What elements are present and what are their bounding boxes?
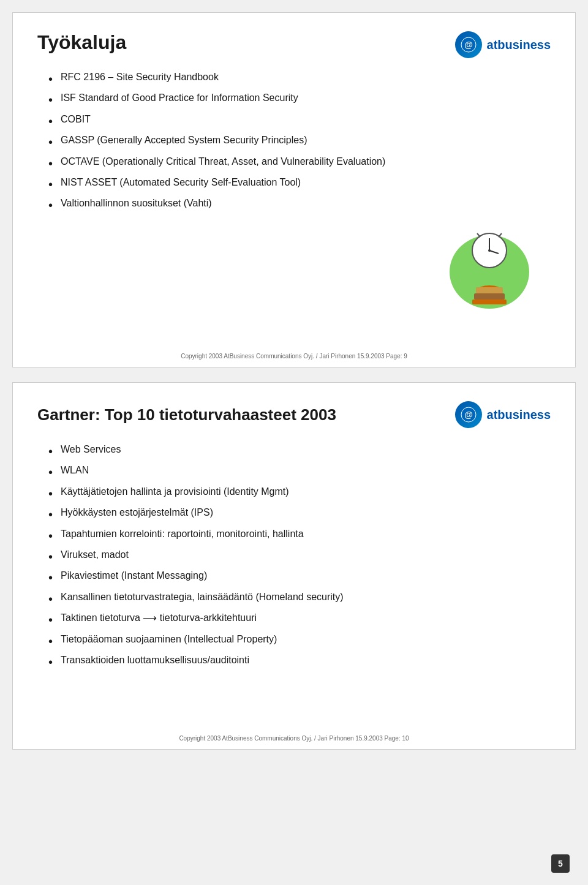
list-item: Käyttäjätietojen hallinta ja provisioint… <box>43 485 551 499</box>
illustration <box>440 220 538 318</box>
svg-text:@: @ <box>464 410 473 420</box>
svg-rect-12 <box>472 299 507 304</box>
list-item: RFC 2196 – Site Security Handbook <box>43 70 551 84</box>
list-item: Kansallinen tietoturvastrategia, lainsää… <box>43 590 551 604</box>
list-item: Hyökkäysten estojärjestelmät (IPS) <box>43 506 551 519</box>
list-item: Web Services <box>43 443 551 456</box>
svg-rect-10 <box>474 293 505 299</box>
list-item: Valtionhallinnon suositukset (Vahti) <box>43 197 551 210</box>
slide1-footer: Copyright 2003 AtBusiness Communications… <box>13 353 575 360</box>
atbusiness-logo-text: atbusiness <box>487 38 551 52</box>
list-item: ISF Standard of Good Practice for Inform… <box>43 91 551 105</box>
slide1-logo: @ atbusiness <box>455 31 551 58</box>
slide1-bullet-list: RFC 2196 – Site Security Handbook ISF St… <box>37 70 551 211</box>
page-number-badge: 5 <box>551 854 570 873</box>
list-item: Tapahtumien korrelointi: raportointi, mo… <box>43 527 551 541</box>
slide-1: Työkaluja @ atbusiness RFC 2196 – Site S… <box>12 12 576 367</box>
slide1-title: Työkaluja <box>37 31 126 54</box>
list-item: COBIT <box>43 113 551 126</box>
atbusiness-logo-icon-2: @ <box>455 401 482 428</box>
list-item: OCTAVE (Operationally Critical Threat, A… <box>43 155 551 168</box>
slide2-bullet-list: Web Services WLAN Käyttäjätietojen halli… <box>37 443 551 667</box>
atbusiness-logo-icon: @ <box>455 31 482 58</box>
list-item: Pikaviestimet (Instant Messaging) <box>43 569 551 582</box>
list-item: Transaktioiden luottamuksellisuus/audito… <box>43 653 551 667</box>
slide1-header: Työkaluja @ atbusiness <box>37 31 551 58</box>
slide2-title: Gartner: Top 10 tietoturvahaasteet 2003 <box>37 405 336 424</box>
atbusiness-logo-text-2: atbusiness <box>487 408 551 422</box>
list-item: Taktinen tietoturva ⟶ tietoturva-arkkite… <box>43 611 551 625</box>
slide2-header: Gartner: Top 10 tietoturvahaasteet 2003 … <box>37 401 551 428</box>
slide-2: Gartner: Top 10 tietoturvahaasteet 2003 … <box>12 382 576 750</box>
list-item: GASSP (Generally Accepted System Securit… <box>43 134 551 147</box>
list-item: NIST ASSET (Automated Security Self-Eval… <box>43 176 551 189</box>
list-item: WLAN <box>43 464 551 477</box>
svg-rect-11 <box>476 287 503 293</box>
list-item: Tietopääoman suojaaminen (Intellectual P… <box>43 633 551 646</box>
list-item: Virukset, madot <box>43 548 551 562</box>
svg-text:@: @ <box>464 40 473 50</box>
slide2-footer: Copyright 2003 AtBusiness Communications… <box>13 735 575 742</box>
slide2-logo: @ atbusiness <box>455 401 551 428</box>
